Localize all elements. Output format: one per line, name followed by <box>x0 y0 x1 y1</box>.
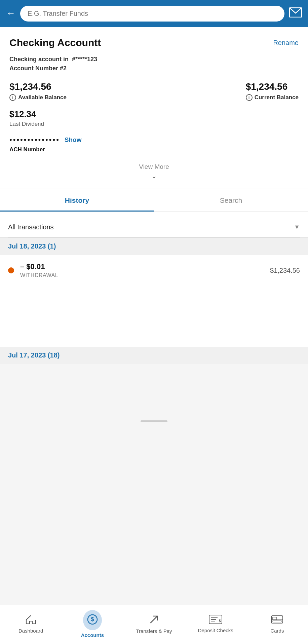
transaction-filter-dropdown[interactable]: All transactions ▼ <box>8 219 300 237</box>
ach-row: •••••••••••••• Show <box>9 136 299 144</box>
current-balance-block: $1,234.56 i Current Balance <box>246 81 299 101</box>
cards-nav-label: Cards <box>270 628 284 634</box>
account-number-line: Account Number #2 <box>9 65 299 72</box>
dividend-block: $12.34 Last Dividend <box>9 109 299 127</box>
ach-label: ACH Number <box>9 146 299 153</box>
ach-dots: •••••••••••••• <box>9 136 60 144</box>
account-info-section: Checking Accountt Rename Checking accoun… <box>0 27 308 189</box>
transfers-icon-wrap <box>149 614 159 626</box>
svg-rect-10 <box>273 617 277 620</box>
nav-item-cards[interactable]: Cards <box>246 605 308 641</box>
rename-button[interactable]: Rename <box>273 39 299 47</box>
cards-icon <box>271 614 283 624</box>
accounts-nav-label: Accounts <box>81 632 104 638</box>
cards-icon-wrap <box>271 614 283 626</box>
svg-rect-12 <box>273 620 281 622</box>
dividend-label: Last Dividend <box>9 121 299 127</box>
transaction-balance: $1,234.56 <box>270 267 300 274</box>
filter-label: All transactions <box>8 223 54 231</box>
filter-chevron-icon: ▼ <box>294 224 300 231</box>
dashboard-nav-label: Dashboard <box>18 628 43 634</box>
transaction-main: – $0.01 WITHDRAWAL <box>20 262 264 278</box>
view-more-text: View More <box>139 163 169 171</box>
transaction-type: WITHDRAWAL <box>20 272 264 278</box>
ach-show-button[interactable]: Show <box>65 136 82 144</box>
transaction-status-dot <box>8 267 14 273</box>
available-balance-label: Available Balance <box>18 94 67 101</box>
deposit-icon-wrap: $ <box>209 615 222 626</box>
nav-item-dashboard[interactable]: Dashboard <box>0 605 62 641</box>
view-more-button[interactable]: View More ⌄ <box>9 160 299 182</box>
back-button[interactable]: ← <box>6 8 15 19</box>
deposit-nav-label: Deposit Checks <box>198 628 233 633</box>
header: ← <box>0 0 308 27</box>
transaction-item[interactable]: – $0.01 WITHDRAWAL $1,234.56 <box>0 255 308 286</box>
transfers-icon <box>149 614 159 625</box>
date-group-header-jul18: Jul 18, 2023 (1) <box>0 238 308 255</box>
bottom-nav: Dashboard $ Accounts Transfers & Pay <box>0 605 308 644</box>
search-input[interactable] <box>20 6 284 22</box>
chevron-down-icon: ⌄ <box>151 172 157 180</box>
dividend-amount: $12.34 <box>9 109 299 119</box>
deposit-checks-icon: $ <box>209 615 222 624</box>
nav-item-accounts[interactable]: $ Accounts <box>62 605 123 641</box>
svg-line-3 <box>151 616 157 623</box>
tab-history[interactable]: History <box>0 189 154 212</box>
date-group-header-jul17: Jul 17, 2023 (18) <box>0 347 308 364</box>
svg-text:$: $ <box>91 616 94 622</box>
scroll-indicator <box>141 420 167 422</box>
mail-icon[interactable] <box>289 7 302 20</box>
account-title: Checking Accountt <box>9 37 101 48</box>
svg-text:$: $ <box>219 619 221 623</box>
tab-search[interactable]: Search <box>154 189 308 212</box>
current-balance-amount: $1,234.56 <box>246 81 299 92</box>
available-balance-info-icon[interactable]: i <box>9 94 16 101</box>
accounts-icon: $ <box>87 614 98 625</box>
filter-section: All transactions ▼ <box>0 212 308 238</box>
transaction-amount: – $0.01 <box>20 262 264 271</box>
nav-item-deposit[interactable]: $ Deposit Checks <box>185 605 246 641</box>
nav-item-transfers[interactable]: Transfers & Pay <box>123 605 185 641</box>
dashboard-icon-wrap <box>26 614 36 626</box>
current-balance-info-icon[interactable]: i <box>246 94 253 101</box>
accounts-icon-wrap: $ <box>83 610 102 630</box>
available-balance-block: $1,234.56 i Available Balance <box>9 81 67 101</box>
transfers-nav-label: Transfers & Pay <box>136 628 172 634</box>
account-checking-line: Checking account in #*****123 <box>9 56 299 63</box>
balance-row: $1,234.56 i Available Balance $1,234.56 … <box>9 81 299 101</box>
tabs-row: History Search <box>0 189 308 212</box>
dashboard-icon <box>26 614 36 624</box>
current-balance-label: Current Balance <box>255 94 299 101</box>
available-balance-amount: $1,234.56 <box>9 81 67 92</box>
